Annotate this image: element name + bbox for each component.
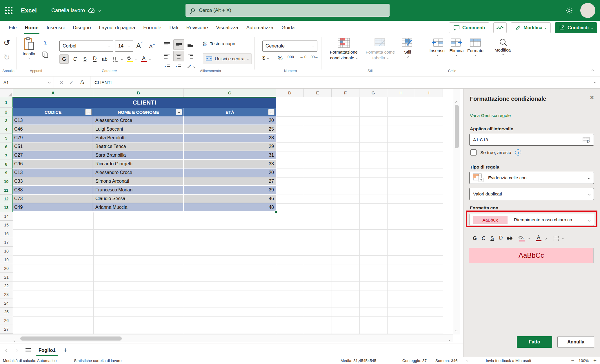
- tab-inserisci[interactable]: Inserisci: [43, 21, 69, 35]
- row-header[interactable]: 17: [0, 238, 13, 247]
- name-box[interactable]: A1: [0, 76, 54, 88]
- done-button[interactable]: Fatto: [517, 336, 552, 348]
- row-header[interactable]: 27: [0, 325, 13, 334]
- panel-bold-button[interactable]: G: [470, 235, 479, 242]
- cell-nome[interactable]: Simona Arconati: [93, 177, 184, 185]
- vertical-scrollbar[interactable]: [453, 89, 460, 334]
- zoom-level[interactable]: 100%: [579, 358, 589, 363]
- row-header[interactable]: 12: [0, 195, 13, 203]
- cell-eta[interactable]: 25: [184, 125, 276, 133]
- zoom-out-button[interactable]: −: [571, 358, 574, 363]
- italic-button[interactable]: C: [70, 54, 80, 64]
- cell-codice[interactable]: C88: [13, 186, 93, 194]
- align-right-button[interactable]: [185, 51, 196, 61]
- conditional-formatting-button[interactable]: Formattazione condizionale: [325, 38, 362, 61]
- cell-eta[interactable]: 20: [184, 169, 276, 177]
- title-chevron-down-icon[interactable]: [99, 9, 101, 11]
- cell-eta[interactable]: 33: [184, 160, 276, 168]
- share-button[interactable]: Condividi: [555, 22, 597, 33]
- column-header[interactable]: C: [184, 89, 276, 97]
- panel-fill-color-chevron-icon[interactable]: [526, 238, 531, 239]
- panel-font-color-chevron-icon[interactable]: [543, 238, 548, 239]
- tab-automatizza[interactable]: Automatizza: [242, 21, 278, 35]
- cell-eta[interactable]: 46: [184, 195, 276, 203]
- column-header[interactable]: G: [359, 89, 387, 97]
- cell-eta[interactable]: 48: [184, 203, 276, 211]
- thousands-format-button[interactable]: 000: [288, 55, 294, 59]
- column-header[interactable]: H: [387, 89, 415, 97]
- column-header[interactable]: I: [415, 89, 443, 97]
- cell-codice[interactable]: C73: [13, 195, 93, 203]
- cell-codice[interactable]: C33: [13, 177, 93, 185]
- copy-button[interactable]: [42, 52, 48, 58]
- sheet-tab-foglio1[interactable]: Foglio1: [39, 347, 56, 353]
- undo-button[interactable]: ↺: [3, 38, 10, 47]
- wrap-text-button[interactable]: ab c↩ Testo a capo: [203, 41, 235, 46]
- zoom-in-button[interactable]: +: [593, 357, 597, 364]
- row-header[interactable]: 20: [0, 264, 13, 273]
- borders-button[interactable]: [111, 54, 120, 64]
- editing-mode-button[interactable]: Modifica: [511, 22, 551, 33]
- panel-font-color-button[interactable]: A: [534, 235, 543, 241]
- formula-content[interactable]: CLIENTI: [90, 76, 590, 88]
- row-header[interactable]: 24: [0, 299, 13, 308]
- status-media[interactable]: Media: 31,45454545: [341, 357, 376, 364]
- cell-codice[interactable]: C49: [13, 203, 93, 211]
- row-header[interactable]: 10: [0, 177, 13, 186]
- row-header[interactable]: 8: [0, 160, 13, 169]
- row-header[interactable]: 5: [0, 134, 13, 142]
- cell-codice[interactable]: C27: [13, 151, 93, 159]
- document-title-text[interactable]: Cartella lavoro: [51, 8, 85, 14]
- column-header[interactable]: E: [304, 89, 332, 97]
- cut-button[interactable]: ✂: [42, 41, 49, 45]
- cell-nome[interactable]: Alessandro Croce: [93, 116, 184, 125]
- decrease-indent-button[interactable]: [162, 63, 173, 71]
- tab-formule[interactable]: Formule: [139, 21, 165, 35]
- panel-borders-chevron-icon[interactable]: [560, 238, 566, 239]
- panel-double-underline-button[interactable]: D: [497, 236, 505, 241]
- orientation-chevron-icon[interactable]: [192, 63, 197, 71]
- row-header[interactable]: 3: [0, 116, 13, 125]
- search-box[interactable]: [186, 4, 390, 17]
- tab-visualizza[interactable]: Visualizza: [212, 21, 242, 35]
- align-left-button[interactable]: [162, 51, 173, 61]
- rule-value-dropdown[interactable]: Valori duplicati: [469, 188, 594, 200]
- cell-eta[interactable]: 39: [184, 186, 276, 194]
- panel-fill-color-button[interactable]: [517, 235, 526, 242]
- status-somma[interactable]: Somma: 346: [435, 357, 468, 364]
- confirm-entry-icon[interactable]: ✓: [69, 79, 74, 86]
- row-header[interactable]: 15: [0, 221, 13, 229]
- cell-nome[interactable]: Beatrice Tenca: [93, 142, 184, 151]
- strikethrough-button[interactable]: ab: [100, 54, 109, 64]
- double-underline-button[interactable]: D: [90, 54, 99, 64]
- row-header[interactable]: 19: [0, 255, 13, 264]
- find-select-button[interactable]: Modifica: [491, 39, 514, 55]
- panel-italic-button[interactable]: C: [479, 235, 488, 242]
- cell-eta[interactable]: 27: [184, 177, 276, 185]
- row-header[interactable]: 14: [0, 212, 13, 221]
- app-launcher-icon[interactable]: [5, 6, 13, 14]
- cell-nome[interactable]: Alessandro Croce: [93, 169, 184, 177]
- panel-strikethrough-button[interactable]: ab: [505, 235, 514, 242]
- shrink-font-button[interactable]: A: [149, 43, 155, 50]
- redo-button[interactable]: ↻: [3, 53, 10, 62]
- filter-button[interactable]: [268, 109, 274, 115]
- increase-decimal-button[interactable]: ←.0: [300, 55, 306, 59]
- document-title[interactable]: Cartella lavoro: [51, 8, 100, 14]
- column-header[interactable]: D: [276, 89, 304, 97]
- next-sheet-icon[interactable]: [16, 347, 18, 353]
- scroll-left-icon[interactable]: [14, 337, 15, 343]
- row-header[interactable]: 2: [0, 108, 13, 116]
- tab-dati[interactable]: Dati: [166, 21, 182, 35]
- font-name-select[interactable]: Corbel: [59, 41, 113, 52]
- row-header[interactable]: 11: [0, 186, 13, 195]
- scroll-up-icon[interactable]: [456, 99, 457, 104]
- table-header-cell[interactable]: CODICE: [13, 108, 93, 116]
- align-bottom-button[interactable]: [185, 39, 196, 50]
- column-header[interactable]: A: [13, 89, 93, 97]
- tab-file[interactable]: File: [5, 21, 21, 35]
- workbook-stats-button[interactable]: Statistiche cartella di lavoro: [74, 357, 121, 364]
- prev-sheet-icon[interactable]: [6, 347, 8, 353]
- select-all-corner[interactable]: [0, 89, 13, 97]
- row-header[interactable]: 1: [0, 97, 13, 108]
